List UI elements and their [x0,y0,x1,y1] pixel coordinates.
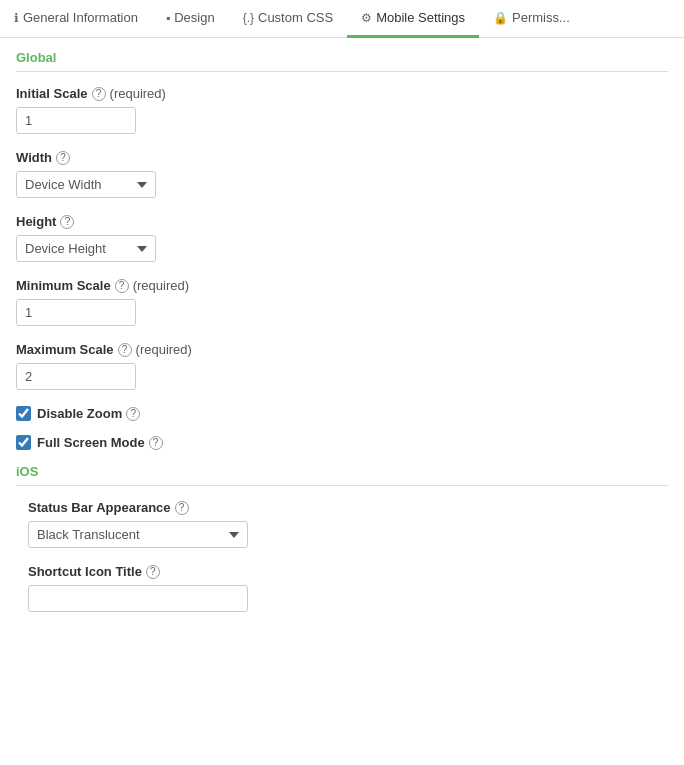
maximum-scale-help-icon[interactable]: ? [118,343,132,357]
height-dropdown-arrow [137,246,147,252]
disable-zoom-label: Disable Zoom ? [37,406,140,421]
initial-scale-label: Initial Scale ? (required) [16,86,668,101]
full-screen-mode-row: Full Screen Mode ? [16,435,668,450]
info-icon: ℹ [14,11,19,25]
width-group: Width ? Device Width [16,150,668,198]
tabs-bar: ℹ General Information ▪ Design {.} Custo… [0,0,684,38]
initial-scale-input[interactable] [16,107,136,134]
initial-scale-help-icon[interactable]: ? [92,87,106,101]
maximum-scale-label: Maximum Scale ? (required) [16,342,668,357]
tab-mobile-settings[interactable]: ⚙ Mobile Settings [347,0,479,38]
ios-fields: Status Bar Appearance ? Black Translucen… [16,500,668,612]
status-bar-dropdown-arrow [229,532,239,538]
width-help-icon[interactable]: ? [56,151,70,165]
css-icon: {.} [243,11,254,25]
shortcut-icon-title-group: Shortcut Icon Title ? [28,564,668,612]
ios-section-title: iOS [16,464,668,486]
status-bar-appearance-label: Status Bar Appearance ? [28,500,668,515]
lock-icon: 🔒 [493,11,508,25]
shortcut-icon-title-label: Shortcut Icon Title ? [28,564,668,579]
shortcut-icon-title-input[interactable] [28,585,248,612]
status-bar-select[interactable]: Black Translucent [28,521,248,548]
disable-zoom-help-icon[interactable]: ? [126,407,140,421]
full-screen-mode-help-icon[interactable]: ? [149,436,163,450]
disable-zoom-row: Disable Zoom ? [16,406,668,421]
disable-zoom-checkbox[interactable] [16,406,31,421]
width-label: Width ? [16,150,668,165]
initial-scale-group: Initial Scale ? (required) [16,86,668,134]
gear-icon: ⚙ [361,11,372,25]
status-bar-appearance-group: Status Bar Appearance ? Black Translucen… [28,500,668,548]
global-section-title: Global [16,50,668,72]
minimum-scale-input[interactable] [16,299,136,326]
full-screen-mode-label: Full Screen Mode ? [37,435,163,450]
width-select[interactable]: Device Width [16,171,156,198]
height-group: Height ? Device Height [16,214,668,262]
minimum-scale-label: Minimum Scale ? (required) [16,278,668,293]
minimum-scale-help-icon[interactable]: ? [115,279,129,293]
width-dropdown-arrow [137,182,147,188]
tab-custom-css[interactable]: {.} Custom CSS [229,0,348,38]
height-label: Height ? [16,214,668,229]
tab-general-information[interactable]: ℹ General Information [0,0,152,38]
tab-design[interactable]: ▪ Design [152,0,229,38]
maximum-scale-input[interactable] [16,363,136,390]
shortcut-icon-help-icon[interactable]: ? [146,565,160,579]
main-content: Global Initial Scale ? (required) Width … [0,38,684,640]
tab-permissions[interactable]: 🔒 Permiss... [479,0,584,38]
full-screen-mode-checkbox[interactable] [16,435,31,450]
design-icon: ▪ [166,11,170,25]
minimum-scale-group: Minimum Scale ? (required) [16,278,668,326]
height-select[interactable]: Device Height [16,235,156,262]
status-bar-help-icon[interactable]: ? [175,501,189,515]
height-help-icon[interactable]: ? [60,215,74,229]
maximum-scale-group: Maximum Scale ? (required) [16,342,668,390]
